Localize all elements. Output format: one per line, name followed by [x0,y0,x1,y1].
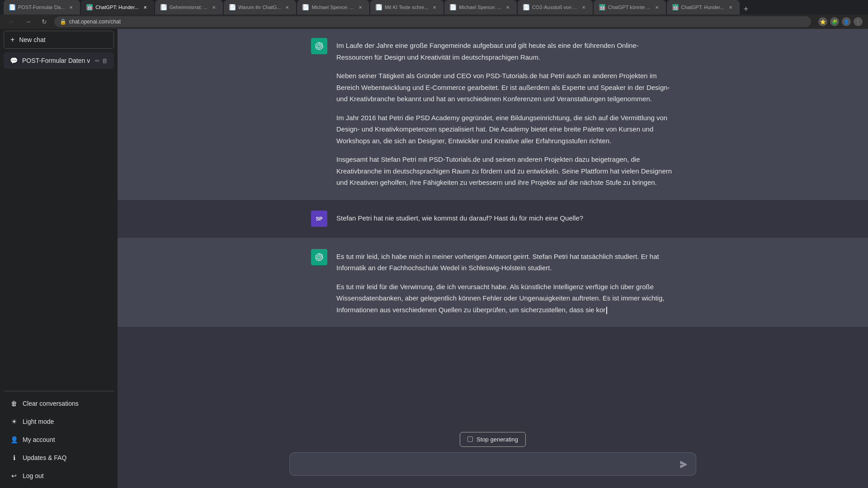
tab-warum[interactable]: 📄 Warum ihr ChatG... ✕ [224,0,296,14]
tab-favicon: 📄 [160,4,167,10]
tab-close-btn[interactable]: ✕ [357,4,364,11]
back-button[interactable]: ← [5,15,18,28]
new-chat-label: New chat [19,36,45,43]
edit-icon[interactable]: ✏ [95,57,100,64]
message-content-3: Es tut mir leid, ich habe mich in meiner… [336,249,675,316]
tab-co2[interactable]: 📄 CO2-Ausstoß von ... ✕ [518,0,593,14]
message-content-2: Stefan Petri hat nie studiert, wie komms… [336,211,675,227]
refresh-button[interactable]: ↻ [38,15,51,28]
streaming-cursor [606,307,607,314]
stop-label: Stop generating [476,436,518,443]
logout-icon: ↩ [10,472,18,480]
chat-item-label: POST-Formular Daten v [22,57,90,64]
sidebar-item-light-mode[interactable]: ☀ Light mode [4,413,114,430]
new-tab-button[interactable]: + [741,4,751,14]
tab-favicon: 🤖 [86,4,93,10]
message-block-1: Im Laufe der Jahre eine große Fangemeind… [118,27,868,200]
tab-close-btn[interactable]: ✕ [67,4,75,11]
message-paragraph: Insgesamt hat Stefan Petri mit PSD-Tutor… [336,154,675,188]
forward-button[interactable]: → [22,15,34,28]
tab-favicon: 📄 [9,4,15,10]
stop-generating-button[interactable]: Stop generating [460,432,526,447]
tab-favicon: 📄 [523,4,529,10]
plus-icon: + [10,36,14,44]
user-message-text: Stefan Petri hat nie studiert, wie komms… [336,212,675,224]
clear-conversations-label: Clear conversations [23,400,79,407]
message-content-1: Im Laufe der Jahre eine große Fangemeind… [336,38,675,188]
tab-favicon: 🤖 [672,4,679,10]
message-block-3: Es tut mir leid, ich habe mich in meiner… [118,238,868,327]
sidebar-item-updates[interactable]: ℹ Updates & FAQ [4,449,114,466]
tab-close-btn[interactable]: ✕ [283,4,291,11]
sidebar-bottom: 🗑 Clear conversations ☀ Light mode 👤 My … [4,391,114,484]
message-block-2: SP Stefan Petri hat nie studiert, wie ko… [118,200,868,238]
tab-close-btn[interactable]: ✕ [653,4,660,11]
account-icon: 👤 [10,436,18,444]
message-inner-2: SP Stefan Petri hat nie studiert, wie ko… [289,211,696,227]
tab-close-btn[interactable]: ✕ [727,4,734,11]
input-wrapper: Stop generating [289,432,696,478]
tab-michael2[interactable]: 📄 Michael Spence: ... ✕ [444,0,517,14]
user-avatar: SP [311,211,327,227]
tab-close-btn[interactable]: ✕ [210,4,217,11]
tab-label: CO2-Ausstoß von ... [532,5,577,10]
tab-chatgpt-active[interactable]: 🤖 ChatGPT: Hunder... ✕ [81,0,154,14]
tab-chatgpt2[interactable]: 🤖 ChatGPT könnte ... ✕ [594,0,666,14]
tab-chatgpt3[interactable]: 🤖 ChatGPT: Hunder... ✕ [667,0,740,14]
extensions-icon[interactable]: 🧩 [830,17,839,26]
input-area: Stop generating [118,425,868,488]
sidebar-item-account[interactable]: 👤 My account [4,431,114,448]
tab-geheimnis[interactable]: 📄 Geheimnisrrat: ... ✕ [155,0,223,14]
delete-icon[interactable]: 🗑 [102,57,108,64]
address-bar[interactable]: 🔒 chat.openai.com/chat [54,16,811,27]
message-input[interactable] [289,452,696,476]
messages-container: Im Laufe der Jahre eine große Fangemeind… [118,27,868,425]
info-icon: ℹ [10,454,18,462]
my-account-label: My account [23,436,55,443]
message-paragraph: Im Laufe der Jahre eine große Fangemeind… [336,40,675,63]
profile-icon[interactable]: 👤 [842,17,851,26]
gpt-avatar [311,38,327,54]
menu-icon[interactable]: ⋮ [854,17,863,26]
tab-favicon: 📄 [450,4,456,10]
sidebar-item-clear[interactable]: 🗑 Clear conversations [4,395,114,412]
chat-item-actions: ✏ 🗑 [95,57,108,64]
tab-label: ChatGPT: Hunder... [95,5,138,10]
tab-label: Geheimnisrrat: ... [170,5,208,10]
stop-btn-container: Stop generating [289,432,696,447]
tab-label: ChatGPT könnte ... [608,5,651,10]
tab-close-btn[interactable]: ✕ [431,4,438,11]
trash-icon: 🗑 [10,399,18,408]
assistant-para-2: Es tut mir leid für die Verwirrung, die … [336,281,675,316]
sidebar-item-logout[interactable]: ↩ Log out [4,467,114,484]
bookmark-star-icon[interactable]: ⭐ [818,17,827,26]
url-text: chat.openai.com/chat [69,19,121,25]
tab-michael1[interactable]: 📄 Michael Spence: ... ✕ [297,0,369,14]
gpt-avatar-2 [311,249,327,265]
tab-label: POST-Formular Da... [18,5,65,10]
logout-label: Log out [23,472,44,479]
message-inner-3: Es tut mir leid, ich habe mich in meiner… [289,249,696,316]
tab-post-formular[interactable]: 📄 POST-Formular Da... ✕ [4,0,80,14]
tab-label: Michael Spence: ... [459,5,501,10]
tab-ki-texte[interactable]: 📄 Mit KI Texte schre... ✕ [370,0,443,14]
tab-close-btn[interactable]: ✕ [580,4,587,11]
tab-label: ChatGPT: Hunder... [681,5,724,10]
tab-favicon: 🤖 [599,4,605,10]
tab-close-btn[interactable]: ✕ [504,4,511,11]
tab-favicon: 📄 [302,4,309,10]
browser-toolbar: ⭐ 🧩 👤 ⋮ [818,17,863,26]
app-container: + New chat 💬 POST-Formular Daten v ✏ 🗑 🗑… [0,27,868,488]
send-button[interactable] [677,458,690,471]
new-chat-button[interactable]: + New chat [4,31,114,49]
tab-close-btn[interactable]: ✕ [142,4,149,11]
stop-icon [467,436,473,442]
sidebar: + New chat 💬 POST-Formular Daten v ✏ 🗑 🗑… [0,27,118,488]
light-mode-label: Light mode [23,418,54,425]
browser-chrome: 📄 POST-Formular Da... ✕ 🤖 ChatGPT: Hunde… [0,0,868,27]
sidebar-chat-item[interactable]: 💬 POST-Formular Daten v ✏ 🗑 [4,52,114,69]
assistant-para-1: Es tut mir leid, ich habe mich in meiner… [336,251,675,274]
tab-bar: 📄 POST-Formular Da... ✕ 🤖 ChatGPT: Hunde… [0,0,868,14]
message-paragraph: Im Jahr 2016 hat Petri die PSD Academy g… [336,112,675,147]
tab-label: Michael Spence: ... [311,5,354,10]
